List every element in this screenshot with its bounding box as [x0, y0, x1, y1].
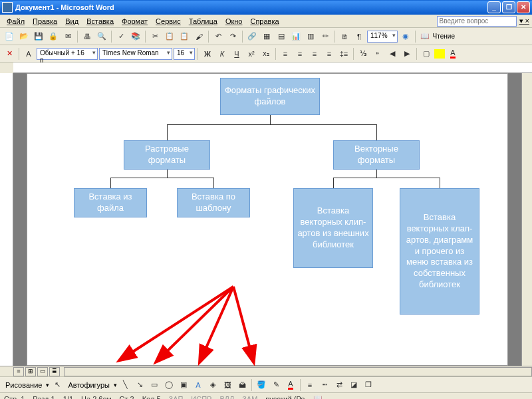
diagram-icon[interactable]: ◈: [206, 378, 219, 392]
vertical-ruler[interactable]: [0, 73, 13, 366]
autoshapes-menu[interactable]: Автофигуры: [65, 380, 112, 390]
clipart-icon[interactable]: 🖼: [221, 378, 234, 392]
spellcheck-icon[interactable]: ✓: [114, 30, 128, 43]
border-icon[interactable]: ▢: [420, 47, 433, 61]
numbering-icon[interactable]: ⅓: [356, 47, 370, 61]
mail-icon[interactable]: ✉: [61, 30, 74, 43]
research-icon[interactable]: 📚: [129, 30, 142, 43]
print-icon[interactable]: 🖶: [80, 30, 94, 43]
align-right-icon[interactable]: ≡: [308, 47, 321, 61]
document-page[interactable]: Форматы графических файлов Растровые фор…: [27, 73, 508, 366]
subscript-icon[interactable]: x₂: [259, 47, 273, 61]
fill-color-icon[interactable]: 🪣: [255, 378, 268, 392]
menu-window[interactable]: Окно: [221, 16, 247, 27]
open-icon[interactable]: 📂: [17, 30, 31, 43]
diagram-clipart-ext-box[interactable]: Вставка векторных клип-артов из внешних …: [293, 188, 373, 268]
line-spacing-icon[interactable]: ‡≡: [337, 47, 350, 61]
horizontal-ruler[interactable]: [13, 63, 532, 73]
drawing-icon[interactable]: ✏: [319, 30, 332, 43]
3d-icon[interactable]: ❒: [362, 378, 375, 392]
read-label[interactable]: Чтение: [433, 33, 455, 40]
preview-icon[interactable]: 🔍: [95, 30, 108, 43]
line-style-icon[interactable]: ≡: [303, 378, 317, 392]
tables-borders-icon[interactable]: ▦: [260, 30, 273, 43]
print-view-icon[interactable]: ▭: [37, 367, 48, 376]
align-center-icon[interactable]: ≡: [293, 47, 307, 61]
status-ovr[interactable]: ЗАМ: [242, 395, 257, 400]
size-combo[interactable]: 16: [174, 48, 195, 60]
wordart-icon[interactable]: A: [192, 378, 205, 392]
status-lang[interactable]: русский (Ро: [265, 395, 305, 400]
status-rec[interactable]: ЗАП: [169, 395, 184, 400]
font-color-icon[interactable]: A: [446, 47, 460, 61]
outdent-icon[interactable]: ◀: [386, 47, 399, 61]
vertical-scrollbar[interactable]: [521, 73, 532, 366]
oval-icon[interactable]: ◯: [162, 378, 176, 392]
normal-view-icon[interactable]: ≡: [13, 367, 24, 376]
undo-icon[interactable]: ↶: [211, 30, 225, 43]
menu-insert[interactable]: Вставка: [82, 16, 118, 27]
help-icon[interactable]: ◉: [399, 30, 412, 43]
styles-pane-icon[interactable]: A: [22, 47, 35, 61]
excel-icon[interactable]: 📊: [289, 30, 303, 43]
menu-view[interactable]: Вид: [61, 16, 82, 27]
insert-table-icon[interactable]: ▤: [275, 30, 288, 43]
indent-icon[interactable]: ▶: [400, 47, 414, 61]
font-combo[interactable]: Times New Roman: [99, 48, 172, 60]
dash-style-icon[interactable]: ┅: [318, 378, 331, 392]
status-ext[interactable]: ВДЛ: [219, 395, 234, 400]
line-icon[interactable]: ╲: [118, 378, 132, 392]
diagram-clipart-own-box[interactable]: Вставка векторных клап-артов, диаграмм и…: [400, 188, 479, 315]
line-color-icon[interactable]: ✎: [269, 378, 283, 392]
close-button[interactable]: ✕: [517, 1, 530, 13]
diagram-file-insert-box[interactable]: Вставка из файла: [74, 188, 147, 217]
ask-question-input[interactable]: [437, 16, 517, 27]
docmap-icon[interactable]: 🗎: [338, 30, 351, 43]
rectangle-icon[interactable]: ▭: [148, 378, 161, 392]
style-combo[interactable]: Обычный + 16 п: [37, 48, 98, 60]
zoom-combo[interactable]: 117%: [367, 31, 398, 43]
bullets-icon[interactable]: ⁍: [371, 47, 384, 61]
drawing-menu[interactable]: Рисование: [3, 380, 45, 390]
redo-icon[interactable]: ↷: [226, 30, 239, 43]
format-painter-icon[interactable]: 🖌: [192, 30, 205, 43]
close-tb-icon[interactable]: ✕: [3, 47, 16, 61]
show-hide-icon[interactable]: ¶: [352, 30, 366, 43]
maximize-button[interactable]: ❐: [502, 1, 515, 13]
diagram-template-insert-box[interactable]: Вставка по шаблону: [177, 188, 250, 217]
font-color-draw-icon[interactable]: A: [284, 378, 297, 392]
minimize-button[interactable]: _: [487, 1, 501, 13]
permission-icon[interactable]: 🔒: [47, 30, 60, 43]
menu-file[interactable]: Файл: [3, 16, 29, 27]
justify-icon[interactable]: ≡: [323, 47, 336, 61]
hyperlink-icon[interactable]: 🔗: [245, 30, 259, 43]
superscript-icon[interactable]: x²: [245, 47, 258, 61]
new-doc-icon[interactable]: 📄: [3, 30, 16, 43]
copy-icon[interactable]: 📋: [163, 30, 176, 43]
columns-icon[interactable]: ▥: [304, 30, 317, 43]
diagram-vector-box[interactable]: Векторные форматы: [333, 140, 420, 170]
read-mode-icon[interactable]: 📖: [418, 30, 432, 43]
status-trk[interactable]: ИСПР: [191, 395, 211, 400]
shadow-icon[interactable]: ◪: [347, 378, 360, 392]
select-objects-icon[interactable]: ↖: [51, 378, 64, 392]
page-scroll[interactable]: Форматы графических файлов Растровые фор…: [13, 73, 521, 366]
bold-icon[interactable]: Ж: [201, 47, 214, 61]
menu-table[interactable]: Таблица: [185, 16, 221, 27]
outline-view-icon[interactable]: ≣: [49, 367, 60, 376]
textbox-icon[interactable]: ▣: [177, 378, 190, 392]
arrow-style-icon[interactable]: ⇄: [332, 378, 346, 392]
paste-icon[interactable]: 📋: [178, 30, 191, 43]
save-icon[interactable]: 💾: [32, 30, 45, 43]
menu-tools[interactable]: Сервис: [152, 16, 185, 27]
align-left-icon[interactable]: ≡: [279, 47, 292, 61]
cut-icon[interactable]: ✂: [148, 30, 162, 43]
menu-edit[interactable]: Правка: [29, 16, 61, 27]
diagram-root-box[interactable]: Форматы графических файлов: [220, 78, 320, 115]
menu-format[interactable]: Формат: [118, 16, 152, 27]
menu-help[interactable]: Справка: [246, 16, 283, 27]
italic-icon[interactable]: К: [215, 47, 229, 61]
highlight-icon[interactable]: [434, 49, 445, 59]
picture-icon[interactable]: 🏔: [235, 378, 249, 392]
diagram-raster-box[interactable]: Растровые форматы: [124, 140, 210, 170]
